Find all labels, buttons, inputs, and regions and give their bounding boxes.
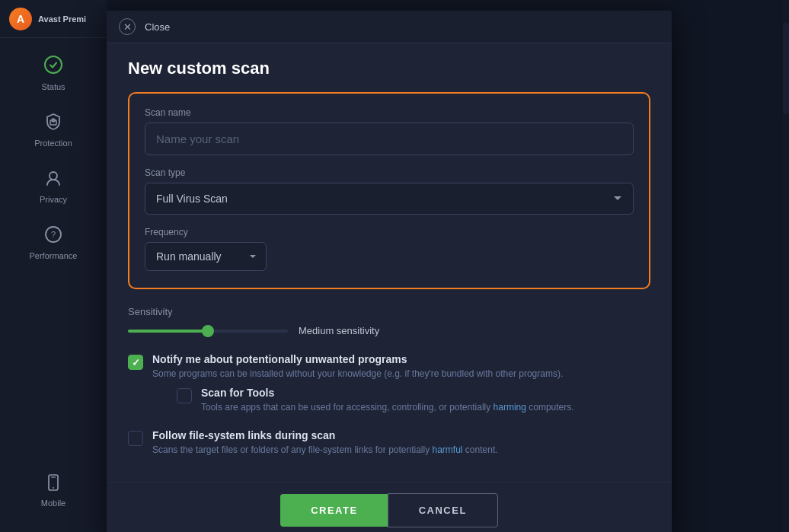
scan-type-select[interactable]: Full Virus Scan Quick Scan Custom Scan U…	[145, 183, 634, 215]
checkbox-pup-desc: Some programs can be installed without y…	[152, 368, 650, 381]
mobile-icon	[47, 474, 59, 494]
checkbox-tools-content: Scan for Tools Tools are apps that can b…	[201, 387, 650, 414]
create-button[interactable]: CREATE	[280, 494, 388, 527]
dialog-body: New custom scan Scan name Scan type Full…	[107, 43, 672, 474]
sensitivity-value-label: Medium sensitivity	[299, 325, 379, 336]
sensitivity-slider-track[interactable]	[128, 330, 288, 333]
new-custom-scan-dialog: ✕ Close New custom scan Scan name Scan t…	[107, 11, 672, 532]
sidebar-item-label-status: Status	[41, 82, 65, 91]
checkbox-row-links: Follow file-system links during scan Sca…	[128, 429, 650, 457]
frequency-row: Run manually Daily Weekly Monthly	[145, 242, 634, 271]
sidebar-item-label-protection: Protection	[34, 139, 72, 148]
avast-logo: A	[9, 8, 32, 30]
sidebar-item-privacy[interactable]: Privacy	[0, 160, 107, 213]
sensitivity-slider-thumb[interactable]	[202, 325, 214, 337]
checkbox-pup-label: Notify me about potentionally unwanted p…	[152, 353, 650, 365]
frequency-label: Frequency	[145, 227, 634, 237]
svg-point-7	[53, 487, 54, 489]
sidebar-item-protection[interactable]: Protection	[0, 104, 107, 157]
sensitivity-slider-fill	[128, 330, 208, 333]
cancel-button[interactable]: CANCEL	[388, 493, 498, 527]
checkbox-pup-content: Notify me about potentionally unwanted p…	[152, 353, 650, 419]
svg-text:?: ?	[51, 230, 56, 239]
sidebar-header: A Avast Premi	[0, 0, 107, 38]
dialog-footer: CREATE CANCEL	[107, 482, 672, 532]
scan-name-label: Scan name	[145, 107, 634, 118]
sub-checkbox-group-tools: Scan for Tools Tools are apps that can b…	[177, 387, 650, 414]
checkbox-links-desc: Scans the target files or folders of any…	[152, 444, 650, 457]
status-icon	[43, 55, 63, 78]
sidebar-item-label-performance: Performance	[30, 251, 78, 260]
frequency-select[interactable]: Run manually Daily Weekly Monthly	[145, 242, 267, 271]
app-name: Avast Premi	[38, 14, 86, 24]
checkbox-links-content: Follow file-system links during scan Sca…	[152, 429, 650, 457]
dialog-titlebar: ✕ Close	[107, 11, 672, 43]
checkbox-tools[interactable]	[177, 388, 192, 403]
scan-config-box: Scan name Scan type Full Virus Scan Quic…	[128, 92, 650, 289]
tools-desc-highlight: harming	[494, 402, 526, 413]
checkbox-links[interactable]	[128, 431, 143, 446]
checkbox-pup[interactable]	[128, 355, 143, 370]
sidebar-bottom: Mobile	[0, 465, 107, 517]
sidebar-item-performance[interactable]: ? Performance	[0, 216, 107, 269]
sidebar-item-mobile[interactable]: Mobile	[0, 465, 107, 517]
sidebar-item-label-privacy: Privacy	[40, 195, 67, 204]
sidebar: A Avast Premi Status Protecti	[0, 0, 107, 532]
svg-point-3	[50, 172, 57, 180]
sensitivity-label: Sensitivity	[128, 306, 650, 317]
dialog-title: Close	[145, 21, 170, 33]
scan-name-input[interactable]	[145, 123, 634, 155]
checkbox-links-label: Follow file-system links during scan	[152, 429, 650, 441]
checkbox-tools-label: Scan for Tools	[201, 387, 650, 399]
svg-rect-1	[50, 120, 56, 125]
dialog-heading: New custom scan	[128, 59, 650, 78]
svg-point-0	[45, 56, 62, 73]
sidebar-item-status[interactable]: Status	[0, 46, 107, 100]
sidebar-item-label-mobile: Mobile	[41, 499, 65, 508]
performance-icon: ?	[44, 225, 62, 247]
checkbox-row-tools: Scan for Tools Tools are apps that can b…	[177, 387, 650, 414]
links-desc-highlight: harmful	[433, 444, 463, 455]
checkbox-tools-desc: Tools are apps that can be used for acce…	[201, 401, 650, 414]
checkbox-row-pup: Notify me about potentionally unwanted p…	[128, 353, 650, 419]
protection-icon	[45, 113, 62, 134]
privacy-icon	[45, 169, 62, 190]
sensitivity-row: Medium sensitivity	[128, 325, 650, 336]
sidebar-nav: Status Protection Privacy	[0, 38, 107, 269]
close-button[interactable]: ✕	[119, 18, 136, 35]
scan-type-label: Scan type	[145, 167, 634, 178]
